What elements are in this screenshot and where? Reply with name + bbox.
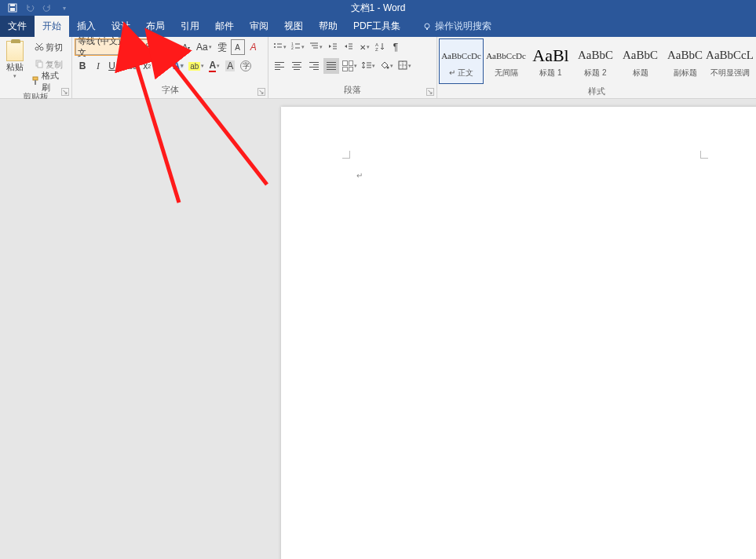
style-name: 标题	[633, 68, 648, 79]
phonetic-guide-button[interactable]: 雯	[215, 39, 229, 55]
shrink-font-button[interactable]: A▾	[179, 39, 193, 55]
style-preview: AaBbCcDc	[486, 45, 526, 67]
decrease-indent-button[interactable]	[326, 39, 340, 55]
tab-home[interactable]: 开始	[35, 16, 69, 37]
chevron-down-icon[interactable]: ▾	[127, 42, 130, 49]
paragraph-mark: ↵	[356, 171, 363, 180]
style-item-6[interactable]: AaBbCcL不明显强调	[707, 38, 752, 84]
tab-design[interactable]: 设计	[104, 16, 138, 37]
underline-button[interactable]: U▾	[107, 58, 121, 74]
borders-button[interactable]: ▾	[396, 58, 413, 74]
font-size-combo[interactable]: 五号 ▾	[133, 39, 162, 55]
style-item-2[interactable]: AaBl标题 1	[528, 38, 573, 84]
border-icon	[398, 60, 407, 72]
clear-formatting-button[interactable]: A	[247, 39, 261, 55]
bold-button[interactable]: B	[75, 58, 89, 74]
tab-view[interactable]: 视图	[276, 16, 311, 37]
grow-font-button[interactable]: A▴	[163, 39, 177, 55]
font-group-label: 字体	[72, 82, 268, 98]
align-justify-button[interactable]	[323, 58, 339, 74]
tab-help[interactable]: 帮助	[311, 16, 345, 37]
char-shading-button[interactable]: A	[223, 58, 237, 74]
style-item-1[interactable]: AaBbCcDc无间隔	[484, 38, 528, 84]
svg-point-35	[387, 66, 389, 68]
multilevel-list-button[interactable]: ▾	[308, 39, 324, 55]
italic-button[interactable]: I	[91, 58, 105, 74]
change-case-button[interactable]: Aa▾	[195, 39, 214, 55]
quick-access-toolbar: ▾	[0, 3, 69, 13]
style-preview: AaBbC	[667, 45, 703, 67]
redo-icon[interactable]	[42, 3, 52, 13]
numbering-button[interactable]: 12▾	[290, 39, 306, 55]
paste-button[interactable]: 粘贴 ▾	[3, 39, 26, 90]
tab-mailings[interactable]: 邮件	[207, 16, 242, 37]
paragraph-launcher[interactable]: ↘	[426, 88, 434, 96]
highlight-button[interactable]: ab▾	[187, 58, 206, 74]
indent-icon	[344, 42, 353, 53]
margin-corner-icon	[342, 151, 350, 159]
line-spacing-button[interactable]: ▾	[360, 58, 377, 74]
shading-button[interactable]: ▾	[378, 58, 395, 74]
scissors-icon	[35, 42, 44, 53]
asian-layout-button[interactable]: ✕▾	[357, 39, 371, 55]
clipboard-launcher[interactable]: ↘	[61, 88, 69, 96]
style-item-4[interactable]: AaBbC标题	[618, 38, 663, 84]
style-item-5[interactable]: AaBbC副标题	[663, 38, 707, 84]
asian-layout-icon: ✕	[360, 43, 366, 52]
undo-icon[interactable]	[25, 3, 35, 13]
style-name: 不明显强调	[710, 68, 750, 79]
line-spacing-icon	[362, 60, 371, 72]
bullets-button[interactable]: ▾	[272, 39, 288, 55]
document-page[interactable]: ↵	[281, 107, 756, 559]
tab-review[interactable]: 审阅	[242, 16, 276, 37]
clipboard-icon	[6, 41, 24, 61]
style-name: ↵ 正文	[449, 68, 473, 79]
save-icon[interactable]	[8, 3, 17, 13]
document-title: 文档1 - Word	[351, 2, 406, 15]
svg-text:2: 2	[291, 46, 294, 50]
tab-references[interactable]: 引用	[173, 16, 207, 37]
show-marks-button[interactable]: ¶	[389, 39, 403, 55]
style-preview: AaBbCcDc	[441, 45, 481, 67]
style-preview: AaBbC	[623, 45, 658, 67]
font-family-combo[interactable]: 等线 (中文正文 ▾	[75, 39, 132, 55]
strikethrough-button[interactable]: abc	[122, 58, 138, 74]
style-item-3[interactable]: AaBbC标题 2	[573, 38, 618, 84]
align-left-button[interactable]	[272, 58, 287, 74]
style-name: 无间隔	[495, 68, 518, 79]
font-launcher[interactable]: ↘	[257, 88, 265, 96]
char-border-button[interactable]: A	[231, 39, 245, 55]
tab-layout[interactable]: 布局	[138, 16, 173, 37]
text-effects-button[interactable]: A▾	[171, 58, 185, 74]
superscript-button[interactable]: x2	[155, 58, 170, 74]
font-color-button[interactable]: A▾	[207, 58, 221, 74]
bullets-icon	[273, 42, 283, 53]
svg-point-13	[274, 43, 276, 45]
cut-button[interactable]: 剪切	[29, 39, 68, 55]
subscript-button[interactable]: x2	[140, 58, 154, 74]
enclose-char-button[interactable]: 字	[239, 58, 253, 74]
style-item-0[interactable]: AaBbCcDc↵ 正文	[439, 38, 484, 84]
distributed-button[interactable]: ▾	[341, 58, 359, 74]
tab-insert[interactable]: 插入	[69, 16, 104, 37]
svg-rect-4	[426, 28, 428, 30]
increase-indent-button[interactable]	[341, 39, 356, 55]
phonetic-icon: 雯	[217, 41, 227, 54]
chevron-down-icon[interactable]: ▾	[13, 73, 16, 79]
tab-file[interactable]: 文件	[0, 16, 35, 37]
tell-me-label: 操作说明搜索	[435, 20, 491, 33]
paintbrush-icon	[31, 76, 40, 88]
format-painter-button[interactable]: 格式刷	[29, 74, 68, 90]
tell-me-search[interactable]: 操作说明搜索	[415, 16, 499, 37]
chevron-down-icon[interactable]: ▾	[157, 42, 160, 49]
style-preview: AaBl	[532, 45, 568, 67]
align-right-button[interactable]	[306, 58, 322, 74]
tab-pdf[interactable]: PDF工具集	[345, 16, 408, 37]
svg-rect-2	[10, 8, 15, 11]
qat-more-icon[interactable]: ▾	[60, 3, 69, 13]
group-clipboard: 粘贴 ▾ 剪切 复制	[0, 37, 72, 98]
sort-button[interactable]: AZ	[373, 39, 387, 55]
copy-button[interactable]: 复制	[29, 57, 68, 72]
align-center-button[interactable]	[289, 58, 305, 74]
styles-gallery[interactable]: AaBbCcDc↵ 正文AaBbCcDc无间隔AaBl标题 1AaBbC标题 2…	[439, 38, 752, 84]
